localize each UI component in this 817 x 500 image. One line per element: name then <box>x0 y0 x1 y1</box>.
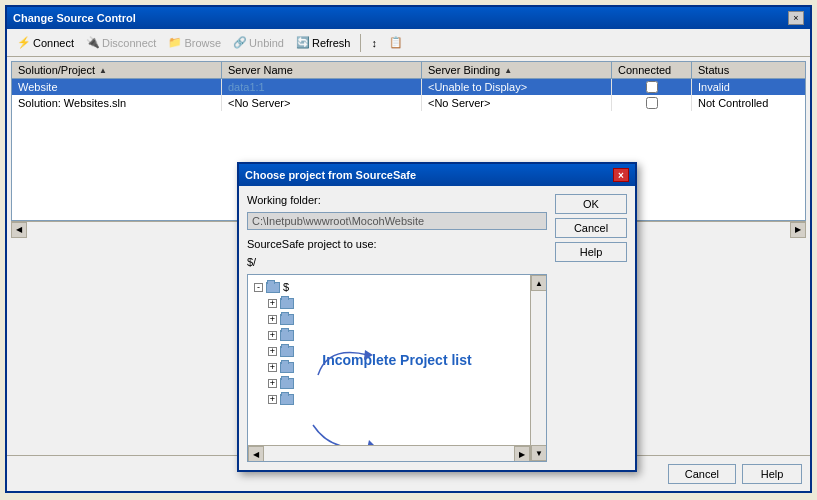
tree-area[interactable]: - $ + + <box>247 274 547 462</box>
cancel-button[interactable]: Cancel <box>668 464 736 484</box>
table-row[interactable]: Solution: Websites.sln <No Server> <No S… <box>12 95 805 111</box>
refresh-button[interactable]: 🔄 Refresh <box>292 34 355 51</box>
header-connected-label: Connected <box>618 64 671 76</box>
tree-content: - $ + + <box>248 275 546 445</box>
header-server-binding-label: Server Binding <box>428 64 500 76</box>
expand-icon[interactable]: + <box>268 347 277 356</box>
header-solution-project-label: Solution/Project <box>18 64 95 76</box>
vertical-scrollbar[interactable]: ▲ ▼ <box>530 275 546 461</box>
scroll-up-button[interactable]: ▲ <box>531 275 547 291</box>
modal-left-panel: Working folder: SourceSafe project to us… <box>247 194 547 462</box>
browse-icon: 📁 <box>168 36 182 49</box>
disconnect-button[interactable]: 🔌 Disconnect <box>82 34 160 51</box>
folder-icon <box>279 328 295 342</box>
tree-scroll-right[interactable]: ▶ <box>514 446 530 462</box>
browse-button[interactable]: 📁 Browse <box>164 34 225 51</box>
modal-ok-button[interactable]: OK <box>555 194 627 214</box>
sort-arrow-binding: ▲ <box>504 66 512 75</box>
connect-button[interactable]: ⚡ Connect <box>13 34 78 51</box>
refresh-label: Refresh <box>312 37 351 49</box>
modal-body: Working folder: SourceSafe project to us… <box>239 186 635 470</box>
extra-button[interactable]: 📋 <box>385 34 407 51</box>
refresh-icon: 🔄 <box>296 36 310 49</box>
header-server-name: Server Name <box>222 62 422 78</box>
folder-icon <box>279 344 295 358</box>
unbind-label: Unbind <box>249 37 284 49</box>
modal-help-button[interactable]: Help <box>555 242 627 262</box>
sourcesafe-path: $/ <box>247 256 547 268</box>
working-folder-label: Working folder: <box>247 194 547 206</box>
list-item[interactable]: - $ <box>252 279 542 295</box>
title-bar: Change Source Control × <box>7 7 810 29</box>
expand-icon[interactable]: + <box>268 299 277 308</box>
cell-server-name-1: <No Server> <box>222 95 422 111</box>
unbind-button[interactable]: 🔗 Unbind <box>229 34 288 51</box>
disconnect-icon: 🔌 <box>86 36 100 49</box>
expand-icon[interactable]: + <box>268 395 277 404</box>
cell-solution-project-1: Solution: Websites.sln <box>12 95 222 111</box>
cell-solution-project-0: Website <box>12 79 222 95</box>
tree-item-label: $ <box>283 281 289 293</box>
sort-arrow-solution: ▲ <box>99 66 107 75</box>
folder-icon <box>279 376 295 390</box>
modal-dialog: Choose project from SourceSafe × Working… <box>237 162 637 472</box>
expand-icon[interactable]: + <box>268 379 277 388</box>
sort-button[interactable]: ↕ <box>367 35 381 51</box>
cell-status-1: Not Controlled <box>692 95 806 111</box>
folder-icon <box>279 312 295 326</box>
list-item[interactable]: + <box>252 375 542 391</box>
connect-icon: ⚡ <box>17 36 31 49</box>
scrollbar-track-vertical[interactable] <box>531 291 546 445</box>
expand-icon[interactable]: + <box>268 331 277 340</box>
tree-scroll-left[interactable]: ◀ <box>248 446 264 462</box>
folder-icon <box>265 280 281 294</box>
window-title: Change Source Control <box>13 12 136 24</box>
connected-checkbox-0[interactable] <box>646 81 658 93</box>
cell-server-name-0: data1:1 <box>222 79 422 95</box>
help-button[interactable]: Help <box>742 464 802 484</box>
list-item[interactable]: + <box>252 391 542 407</box>
expand-icon[interactable]: - <box>254 283 263 292</box>
list-item[interactable]: + <box>252 311 542 327</box>
connected-checkbox-1[interactable] <box>646 97 658 109</box>
cell-server-binding-0: <Unable to Display> <box>422 79 612 95</box>
cell-server-binding-1: <No Server> <box>422 95 612 111</box>
arrow-decoration-2 <box>303 415 383 445</box>
toolbar-separator <box>360 34 361 52</box>
browse-label: Browse <box>184 37 221 49</box>
header-status: Status <box>692 62 806 78</box>
scroll-left-button[interactable]: ◀ <box>11 222 27 238</box>
list-item[interactable]: + <box>252 359 542 375</box>
unbind-icon: 🔗 <box>233 36 247 49</box>
header-server-binding: Server Binding ▲ <box>422 62 612 78</box>
folder-icon <box>279 392 295 406</box>
modal-cancel-button[interactable]: Cancel <box>555 218 627 238</box>
modal-right-panel: OK Cancel Help <box>547 194 627 462</box>
modal-close-button[interactable]: × <box>613 168 629 182</box>
header-server-name-label: Server Name <box>228 64 293 76</box>
toolbar: ⚡ Connect 🔌 Disconnect 📁 Browse 🔗 Unbind… <box>7 29 810 57</box>
tree-horizontal-scrollbar[interactable]: ◀ ▶ <box>248 445 530 461</box>
table-row[interactable]: Website data1:1 <Unable to Display> Inva… <box>12 79 805 95</box>
main-window: Change Source Control × ⚡ Connect 🔌 Disc… <box>5 5 812 493</box>
sort-icon: ↕ <box>371 37 377 49</box>
tree-scroll-track[interactable] <box>264 446 514 461</box>
cell-connected-1 <box>612 95 692 111</box>
sourcesafe-label: SourceSafe project to use: <box>247 238 547 250</box>
folder-icon <box>279 360 295 374</box>
expand-icon[interactable]: + <box>268 315 277 324</box>
table-header: Solution/Project ▲ Server Name Server Bi… <box>12 62 805 79</box>
list-item[interactable]: + <box>252 295 542 311</box>
close-button[interactable]: × <box>788 11 804 25</box>
list-item[interactable]: + <box>252 327 542 343</box>
expand-icon[interactable]: + <box>268 363 277 372</box>
title-bar-controls: × <box>788 11 804 26</box>
cell-connected-0 <box>612 79 692 95</box>
extra-icon: 📋 <box>389 36 403 49</box>
scroll-right-button[interactable]: ▶ <box>790 222 806 238</box>
scroll-down-button[interactable]: ▼ <box>531 445 547 461</box>
header-connected: Connected <box>612 62 692 78</box>
working-folder-input[interactable] <box>247 212 547 230</box>
list-item[interactable]: + <box>252 343 542 359</box>
folder-icon <box>279 296 295 310</box>
